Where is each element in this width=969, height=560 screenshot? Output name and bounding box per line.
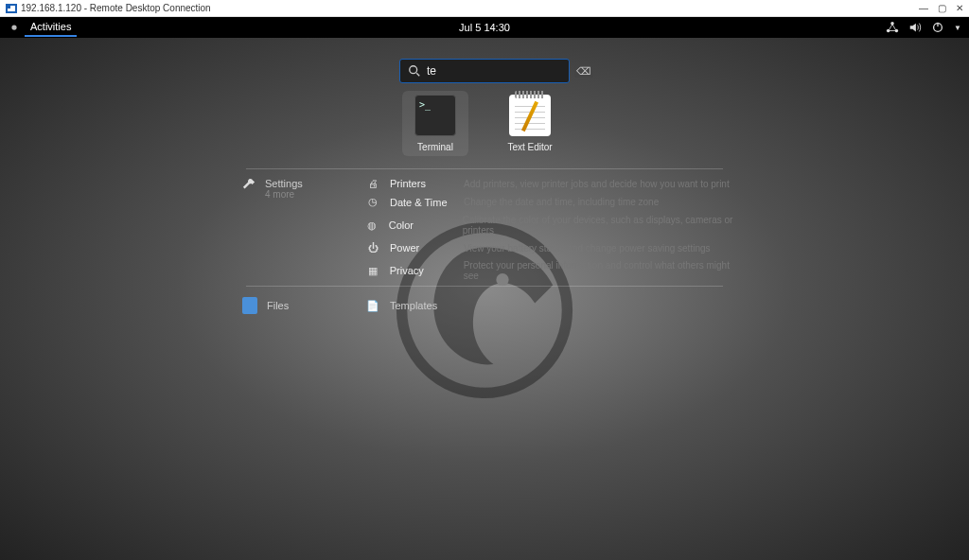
settings-icon <box>242 178 255 191</box>
power-icon[interactable] <box>931 21 944 34</box>
rdp-minimize-button[interactable]: — <box>919 3 928 13</box>
files-section-title: Files <box>267 300 289 311</box>
app-result-label: Terminal <box>417 142 453 152</box>
results-divider <box>246 168 723 169</box>
gnome-top-bar: Activities Jul 5 14:30 ▼ <box>0 17 969 38</box>
settings-result-desc: Protect your personal information and co… <box>464 260 742 281</box>
settings-result-privacy[interactable]: ▦ Privacy Protect your personal informat… <box>365 260 742 281</box>
files-result-templates[interactable]: 📄 Templates <box>365 297 742 314</box>
settings-result-printers[interactable]: 🖨 Printers Add printers, view printer jo… <box>365 178 742 189</box>
linux-desktop: Activities Jul 5 14:30 ▼ <box>0 17 969 560</box>
settings-result-desc: Add printers, view printer jobs and deci… <box>464 179 730 189</box>
settings-section-header[interactable]: Settings 4 more <box>242 178 365 281</box>
rdp-title: 192.168.1.120 - Remote Desktop Connectio… <box>21 3 211 13</box>
overview-search-box[interactable]: ⌫ <box>399 59 570 83</box>
settings-result-power[interactable]: ⏻ Power View your battery status and cha… <box>365 242 742 254</box>
network-icon[interactable] <box>886 21 899 34</box>
volume-icon[interactable] <box>908 21 922 34</box>
rdp-close-button[interactable]: ✕ <box>956 3 963 13</box>
terminal-icon: >_ <box>414 95 456 136</box>
svg-point-8 <box>410 66 417 74</box>
settings-result-name: Color <box>389 219 453 231</box>
results-divider <box>246 286 723 287</box>
settings-result-name: Power <box>390 242 454 254</box>
settings-result-name: Printers <box>390 178 454 189</box>
settings-section-more: 4 more <box>265 189 303 200</box>
settings-result-name: Date & Time <box>390 197 454 208</box>
activities-button[interactable]: Activities <box>25 18 77 37</box>
clear-search-icon[interactable]: ⌫ <box>574 65 593 78</box>
files-icon <box>242 297 257 314</box>
svg-rect-7 <box>937 23 938 26</box>
settings-result-color[interactable]: ◍ Color Calibrate the color of your devi… <box>365 215 742 236</box>
activities-dot-icon <box>8 21 21 34</box>
search-icon <box>408 64 421 79</box>
settings-result-desc: Calibrate the color of your devices, suc… <box>463 215 742 236</box>
power-setting-icon: ⏻ <box>365 242 380 254</box>
settings-section-title: Settings <box>265 178 303 189</box>
settings-result-desc: View your battery status and change powe… <box>464 243 711 254</box>
app-result-label: Text Editor <box>507 142 552 152</box>
printer-icon: 🖨 <box>365 178 380 189</box>
settings-result-desc: Change the date and time, including time… <box>464 197 659 207</box>
settings-result-datetime[interactable]: ◷ Date & Time Change the date and time, … <box>365 196 742 208</box>
app-result-text-editor[interactable]: Text Editor <box>497 95 563 152</box>
settings-result-name: Privacy <box>390 265 454 276</box>
rdp-icon <box>6 4 17 13</box>
rdp-titlebar: 192.168.1.120 - Remote Desktop Connectio… <box>0 0 969 17</box>
text-editor-icon <box>509 95 551 136</box>
search-input[interactable] <box>427 64 569 78</box>
files-section-header[interactable]: Files <box>242 297 365 314</box>
svg-point-2 <box>11 25 16 29</box>
rdp-maximize-button[interactable]: ▢ <box>938 3 946 13</box>
clock-label[interactable]: Jul 5 14:30 <box>459 22 510 33</box>
system-menu-chevron-icon[interactable]: ▼ <box>954 24 961 32</box>
files-result-name: Templates <box>390 300 437 311</box>
file-icon: 📄 <box>365 300 380 312</box>
color-icon: ◍ <box>365 219 379 232</box>
clock-icon: ◷ <box>365 196 380 208</box>
app-result-terminal[interactable]: >_ Terminal <box>402 91 468 156</box>
privacy-icon: ▦ <box>365 265 380 277</box>
